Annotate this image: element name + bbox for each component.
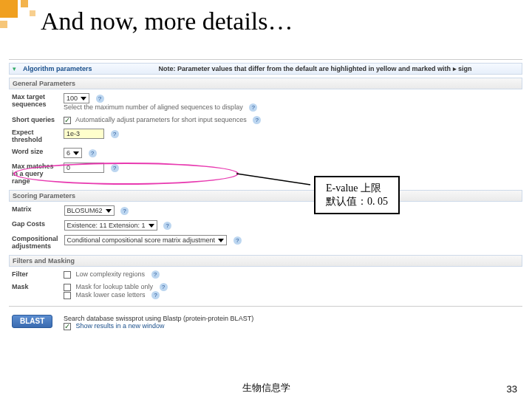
desc-short-queries: Automatically adjust parameters for shor… [75,116,247,123]
select-gap-costs[interactable]: Existence: 11 Extension: 1 [64,220,157,231]
label-max-matches: Max matches in a query range [9,160,61,187]
section-algorithm-parameters[interactable]: ▾ Algorithm parameters Note: Parameter v… [9,63,522,75]
callout-evalue: E-value 上限 默认值：0. 05 [314,176,400,214]
help-icon[interactable]: ? [96,95,104,103]
section-filters-masking: Filters and Masking [9,255,522,267]
label-comp-adjust: Compositional adjustments [9,233,61,252]
select-matrix[interactable]: BLOSUM62 [64,205,115,216]
collapse-icon[interactable]: ▾ [13,65,20,72]
chevron-down-icon [73,151,79,155]
select-comp-adjust[interactable]: Conditional compositional score matrix a… [64,235,228,245]
help-icon[interactable]: ? [120,207,129,215]
label-gap-costs: Gap Costs [9,218,61,233]
help-icon[interactable]: ? [233,236,242,245]
footer-text: 生物信息学 [0,381,532,395]
chevron-down-icon [149,224,154,228]
checkbox-mask-lower[interactable] [64,292,71,299]
help-icon[interactable]: ? [89,149,97,157]
help-icon[interactable]: ? [163,222,171,230]
slide-title: And now, more details… [41,7,293,35]
input-max-matches[interactable]: 0 [64,163,104,173]
label-matrix: Matrix [9,203,61,218]
desc-blast-run: Search database swissprot using Blastp (… [64,315,253,322]
help-icon[interactable]: ? [249,103,257,112]
label-expect-threshold: Expect threshold [9,126,61,146]
help-icon[interactable]: ? [111,130,119,138]
chevron-down-icon [218,239,224,242]
desc-max-target: Select the maximum number of aligned seq… [64,103,243,111]
help-icon[interactable]: ? [253,116,261,124]
label-word-size: Word size [9,146,61,160]
label-max-target: Max target sequences [9,91,61,114]
chevron-down-icon [81,97,86,100]
help-icon[interactable]: ? [111,164,119,172]
label-filter: Filter [9,268,61,281]
label-mask: Mask [9,281,61,301]
checkbox-new-window[interactable] [64,323,71,330]
select-word-size[interactable]: 6 [64,148,82,158]
callout-line2: 默认值：0. 05 [326,195,388,208]
label-short-queries: Short queries [9,114,61,126]
desc-low-complexity: Low complexity regions [76,270,146,278]
callout-connector [236,166,318,203]
callout-line1: E-value 上限 [326,182,388,195]
desc-new-window: Show results in a new window [76,322,165,330]
select-max-target[interactable]: 100 [64,93,89,103]
section-title: Algorithm parameters [23,65,92,72]
checkbox-mask-lookup[interactable] [64,284,71,291]
help-icon[interactable]: ? [151,270,160,279]
checkbox-short-queries[interactable] [64,117,71,124]
input-expect-threshold[interactable]: 1e-3 [64,129,104,139]
help-icon[interactable]: ? [160,283,168,291]
section-note: Note: Parameter values that differ from … [159,65,472,72]
chevron-down-icon [106,209,112,213]
desc-mask-lookup: Mask for lookup table only [76,283,154,290]
desc-mask-lower: Mask lower case letters [76,291,146,299]
blast-button[interactable]: BLAST [12,315,52,328]
section-general-parameters: General Parameters [9,78,522,89]
subsection-title: Scoring Parameters [13,192,75,200]
checkbox-low-complexity[interactable] [64,271,71,279]
help-icon[interactable]: ? [151,291,160,299]
subsection-title: General Parameters [13,80,75,87]
svg-line-0 [236,174,310,185]
subsection-title: Filters and Masking [13,257,75,265]
page-number: 33 [507,383,517,395]
